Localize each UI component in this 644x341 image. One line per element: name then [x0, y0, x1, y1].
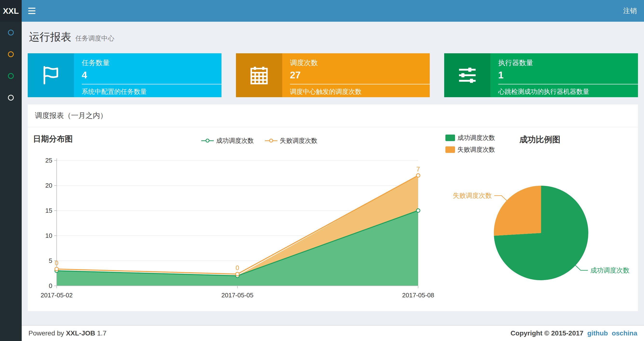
- pie-chart-title: 成功比例图: [520, 134, 560, 145]
- legend-item-success[interactable]: 成功调度次数: [201, 137, 254, 145]
- svg-text:5: 5: [49, 257, 52, 264]
- sidebar: [0, 22, 22, 341]
- logout-link[interactable]: 注销: [616, 0, 644, 22]
- legend-item-fail[interactable]: 失败调度次数: [265, 137, 318, 145]
- circle-icon: [8, 73, 14, 79]
- legend-swatch-icon: [446, 135, 455, 141]
- sidebar-item-job-manage[interactable]: [0, 44, 22, 65]
- legend-label: 失败调度次数: [458, 145, 495, 154]
- line-marker-icon: [265, 138, 278, 143]
- stat-value: 4: [82, 70, 222, 81]
- legend-item-fail[interactable]: 失败调度次数: [446, 145, 495, 154]
- page-subtitle: 任务调度中心: [75, 35, 114, 42]
- stat-title: 任务数量: [82, 58, 222, 68]
- page-title: 运行报表: [29, 31, 71, 43]
- legend-label: 失败调度次数: [280, 137, 318, 145]
- line-chart-legend: 成功调度次数 失败调度次数: [201, 137, 318, 145]
- stat-value: 1: [498, 70, 638, 81]
- github-link[interactable]: github: [587, 329, 608, 337]
- stat-value: 27: [290, 70, 430, 81]
- sidebar-item-job-log[interactable]: [0, 65, 22, 87]
- svg-text:25: 25: [45, 157, 52, 164]
- svg-text:2017-05-05: 2017-05-05: [222, 291, 254, 299]
- legend-swatch-icon: [446, 146, 455, 153]
- pie-chart-legend: 成功调度次数 失败调度次数: [446, 134, 495, 154]
- legend-item-success[interactable]: 成功调度次数: [446, 134, 495, 142]
- stat-title: 调度次数: [290, 58, 430, 68]
- stat-box-executors: 执行器数量 1 心跳检测成功的执行器机器数量: [444, 53, 638, 97]
- hamburger-icon: [28, 8, 36, 9]
- footer: Powered by XXL-JOB 1.7 Copyright © 2015-…: [22, 325, 644, 341]
- panel-title: 调度报表（一月之内）: [28, 104, 638, 127]
- powered-by: Powered by XXL-JOB 1.7: [28, 329, 106, 337]
- stat-desc: 心跳检测成功的执行器机器数量: [498, 87, 638, 96]
- legend-label: 成功调度次数: [458, 134, 495, 142]
- divider: [82, 84, 222, 84]
- stat-desc: 调度中心触发的调度次数: [290, 87, 430, 96]
- circle-icon: [8, 95, 14, 101]
- stat-box-triggers: 调度次数 27 调度中心触发的调度次数: [236, 53, 430, 97]
- flag-icon: [28, 53, 74, 97]
- line-marker-icon: [201, 138, 214, 143]
- divider: [290, 84, 430, 84]
- svg-text:20: 20: [45, 182, 52, 189]
- oschina-link[interactable]: oschina: [612, 329, 637, 337]
- sliders-icon: [444, 53, 490, 97]
- calendar-icon: [236, 53, 282, 97]
- svg-text:7: 7: [416, 166, 420, 173]
- top-navbar: XXL 注销: [0, 0, 644, 22]
- svg-text:15: 15: [45, 207, 52, 214]
- main-content: 运行报表 任务调度中心 任务数量 4 系统中配置的任务数量: [22, 22, 644, 325]
- stats-row: 任务数量 4 系统中配置的任务数量 调度次数 27 调度中心: [28, 53, 638, 97]
- page-header: 运行报表 任务调度中心: [29, 30, 638, 44]
- svg-text:10: 10: [45, 232, 52, 239]
- sidebar-item-dashboard[interactable]: [0, 22, 22, 44]
- svg-text:成功调度次数: 成功调度次数: [590, 267, 629, 274]
- svg-text:0: 0: [55, 259, 58, 267]
- sidebar-item-executor-manage[interactable]: [0, 87, 22, 109]
- circle-icon: [8, 30, 14, 36]
- line-chart-title: 日期分布图: [33, 134, 73, 144]
- sidebar-toggle-button[interactable]: [22, 0, 42, 22]
- stat-title: 执行器数量: [498, 58, 638, 68]
- app-logo[interactable]: XXL: [0, 0, 22, 22]
- panel-body: 日期分布图 成功调度次数 失败调度次数 05101520252017-05-02…: [28, 127, 638, 311]
- stat-box-jobs: 任务数量 4 系统中配置的任务数量: [28, 53, 222, 97]
- circle-icon: [8, 51, 14, 57]
- stat-desc: 系统中配置的任务数量: [82, 87, 222, 96]
- svg-text:2017-05-02: 2017-05-02: [41, 291, 73, 299]
- line-chart[interactable]: 05101520252017-05-022017-05-052017-05-08…: [31, 154, 441, 305]
- divider: [498, 84, 638, 84]
- svg-text:0: 0: [236, 264, 239, 271]
- footer-right: Copyright © 2015-2017 github oschina: [510, 329, 637, 337]
- pie-chart[interactable]: 成功调度次数失败调度次数: [446, 156, 639, 291]
- report-panel: 调度报表（一月之内） 日期分布图 成功调度次数 失败调度次数 051015202…: [28, 104, 638, 311]
- svg-text:失败调度次数: 失败调度次数: [453, 192, 492, 199]
- svg-text:0: 0: [49, 282, 52, 289]
- svg-text:2017-05-08: 2017-05-08: [402, 291, 434, 299]
- copyright: Copyright © 2015-2017: [510, 329, 583, 337]
- legend-label: 成功调度次数: [216, 137, 254, 145]
- app-name: XXL-JOB: [66, 329, 95, 337]
